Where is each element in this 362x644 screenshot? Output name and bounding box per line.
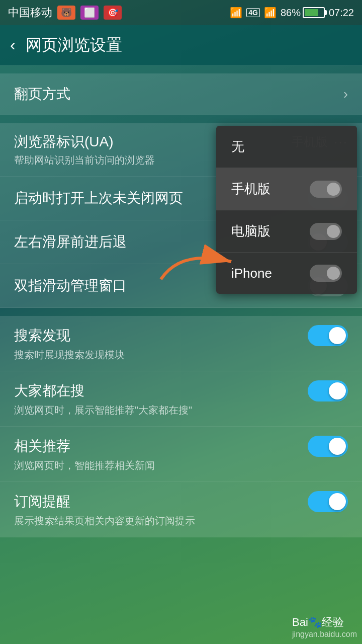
battery-container: 86%	[281, 7, 325, 19]
status-right: 📶 4G 📶 86% 07:22	[230, 7, 354, 19]
baidu-logo: Bai🐾经验	[292, 615, 357, 630]
dropdown-mobile-label: 手机版	[231, 180, 270, 198]
ua-dropdown-menu[interactable]: 无 手机版 电脑版 iPhone	[216, 126, 357, 294]
search-discover-title: 搜索发现	[14, 326, 70, 345]
search-discover-toggle[interactable]	[308, 325, 348, 346]
setting-flip-mode[interactable]: 翻页方式 ›	[0, 73, 362, 115]
subscribe-remind-toggle[interactable]	[308, 491, 348, 512]
dropdown-desktop-toggle[interactable]	[310, 223, 342, 240]
trending-search-subtitle: 浏览网页时，展示智能推荐"大家都在搜"	[14, 404, 348, 417]
baidu-url: jingyan.baidu.com	[292, 630, 357, 639]
dropdown-iphone-toggle[interactable]	[310, 265, 342, 282]
dropdown-mobile-toggle[interactable]	[310, 181, 342, 198]
subscribe-remind-title: 订阅提醒	[14, 492, 70, 511]
section-gap-1	[0, 65, 362, 73]
dropdown-item-iphone[interactable]: iPhone	[216, 253, 357, 294]
related-recommend-toggle[interactable]	[308, 436, 348, 457]
related-recommend-subtitle: 浏览网页时，智能推荐相关新闻	[14, 459, 348, 472]
time-display: 07:22	[329, 7, 354, 19]
browser-ua-title: 浏览器标识(UA)	[14, 132, 114, 151]
search-discover-subtitle: 搜索时展现搜索发现模块	[14, 348, 348, 362]
subscribe-remind-subtitle: 展示搜索结果页相关内容更新的订阅提示	[14, 514, 348, 528]
battery-percent: 86%	[281, 7, 301, 19]
dropdown-item-none[interactable]: 无	[216, 126, 357, 168]
app-icon-2: ⬜	[80, 6, 99, 20]
wifi-icon: 📶	[230, 7, 242, 19]
section-gap-2	[0, 115, 362, 123]
related-recommend-title: 相关推荐	[14, 437, 70, 456]
carrier-text: 中国移动	[8, 5, 52, 20]
restore-tabs-title: 启动时打开上次未关闭网页	[14, 189, 183, 208]
flip-mode-right: ›	[343, 86, 348, 102]
app-icon-3: 🎯	[104, 6, 122, 20]
chevron-icon: ›	[343, 86, 348, 102]
setting-trending-search[interactable]: 大家都在搜 浏览网页时，展示智能推荐"大家都在搜"	[0, 371, 362, 427]
status-bar: 中国移动 🐻 ⬜ 🎯 📶 4G 📶 86% 07:22	[0, 0, 362, 25]
baidu-watermark: Bai🐾经验 jingyan.baidu.com	[292, 615, 357, 639]
back-button[interactable]: ‹	[10, 36, 16, 54]
two-finger-title: 双指滑动管理窗口	[14, 276, 127, 295]
dropdown-item-mobile[interactable]: 手机版	[216, 168, 357, 210]
network-badge: 4G	[246, 8, 260, 17]
dropdown-desktop-label: 电脑版	[231, 222, 270, 240]
signal-icon: 📶	[264, 7, 277, 19]
app-icon-1: 🐻	[57, 6, 75, 20]
dropdown-item-desktop[interactable]: 电脑版	[216, 210, 357, 253]
dropdown-iphone-label: iPhone	[231, 266, 272, 281]
trending-search-title: 大家都在搜	[14, 381, 84, 400]
battery-icon	[303, 7, 325, 18]
flip-mode-title: 翻页方式	[14, 85, 70, 104]
dropdown-none-label: 无	[231, 138, 244, 155]
setting-related-recommend[interactable]: 相关推荐 浏览网页时，智能推荐相关新闻	[0, 427, 362, 482]
setting-search-discover[interactable]: 搜索发现 搜索时展现搜索发现模块	[0, 316, 362, 371]
status-left: 中国移动 🐻 ⬜ 🎯	[8, 5, 122, 20]
section-gap-3	[0, 308, 362, 316]
baidu-logo-text: Bai🐾经验	[292, 615, 344, 630]
title-bar: ‹ 网页浏览设置	[0, 25, 362, 65]
trending-search-toggle[interactable]	[308, 380, 348, 401]
page-title: 网页浏览设置	[26, 34, 122, 56]
swipe-nav-title: 左右滑屏前进后退	[14, 232, 127, 252]
setting-subscribe-remind[interactable]: 订阅提醒 展示搜索结果页相关内容更新的订阅提示	[0, 482, 362, 537]
